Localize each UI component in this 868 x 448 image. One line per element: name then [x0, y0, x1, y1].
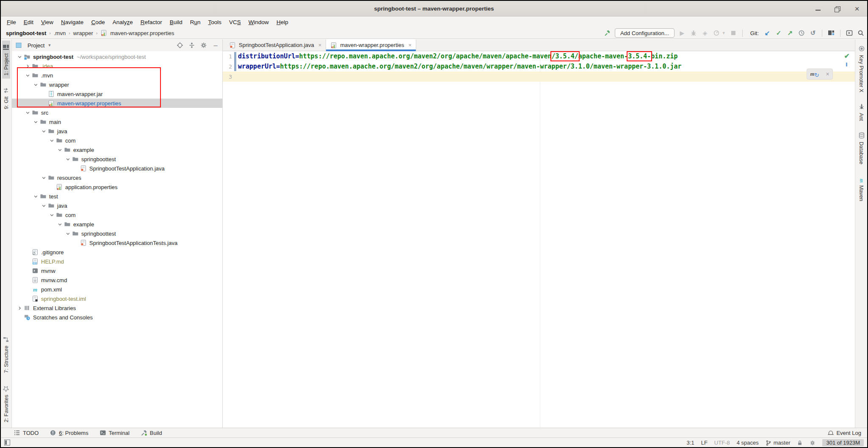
breadcrumb-item[interactable]: .mvn — [54, 30, 66, 36]
tool-window-button-terminal[interactable]: Terminal — [100, 429, 130, 436]
line-ending-indicator[interactable]: LF — [701, 440, 708, 446]
menu-refactor[interactable]: Refactor — [137, 19, 166, 25]
breadcrumb-item[interactable]: springboot-test — [6, 30, 46, 36]
gear-icon[interactable] — [810, 440, 815, 445]
maximize-button[interactable] — [834, 5, 841, 12]
menu-analyze[interactable]: Analyze — [109, 19, 137, 25]
tree-item-java[interactable]: java — [12, 201, 222, 210]
chevron-down-icon[interactable] — [49, 213, 55, 217]
tree-item-java[interactable]: java — [12, 126, 222, 136]
tree-item-com[interactable]: com — [12, 136, 222, 145]
indent-indicator[interactable]: 4 spaces — [737, 440, 759, 446]
chevron-down-icon[interactable] — [25, 73, 30, 78]
tool-stripe-2-favorites[interactable]: 2: Favorites — [2, 382, 10, 425]
tree-item--mvn[interactable]: .mvn — [12, 71, 222, 80]
tree-item-main[interactable]: main — [12, 117, 222, 126]
tool-stripe-database[interactable]: Database — [858, 132, 865, 165]
memory-indicator[interactable]: 301 of 1923M — [822, 439, 864, 446]
chevron-right-icon[interactable] — [17, 306, 22, 311]
tree-item-src[interactable]: src — [12, 108, 222, 117]
build-hammer-icon[interactable] — [603, 29, 611, 37]
git-update-icon[interactable]: ↙ — [763, 29, 771, 37]
tree-item-example[interactable]: example — [12, 145, 222, 154]
tree-item-test[interactable]: test — [12, 192, 222, 201]
tool-stripe-ant[interactable]: Ant — [858, 103, 865, 121]
menu-window[interactable]: Window — [245, 19, 273, 25]
tree-item-pom-xml[interactable]: mpom.xml — [12, 285, 222, 294]
tool-windows-icon[interactable] — [827, 29, 835, 37]
tool-stripe-9-git[interactable]: 9: Git — [2, 84, 10, 112]
tool-window-button-build[interactable]: Build — [141, 429, 162, 436]
tree-item--gitignore[interactable]: .gitignore — [12, 247, 222, 257]
project-panel-title[interactable]: Project — [28, 42, 44, 49]
breadcrumb-item[interactable]: wrapper — [73, 30, 93, 36]
tree-item-com[interactable]: com — [12, 210, 222, 220]
editor-tab-maven-wrapper-properties[interactable]: maven-wrapper.properties× — [326, 39, 416, 51]
tree-item-maven-wrapper-properties[interactable]: maven-wrapper.properties — [12, 99, 222, 108]
chevron-down-icon[interactable] — [33, 194, 39, 199]
tree-item-help-md[interactable]: MDHELP.md — [12, 257, 222, 266]
tree-item-springboottestapplicationtests-java[interactable]: SpringbootTestApplicationTests.java — [12, 238, 222, 247]
hide-panel-icon[interactable]: ─ — [212, 42, 219, 49]
menu-file[interactable]: File — [3, 19, 20, 25]
chevron-down-icon[interactable] — [25, 110, 30, 115]
menu-navigate[interactable]: Navigate — [57, 19, 87, 25]
caret-position[interactable]: 3:1 — [687, 440, 694, 446]
git-commit-icon[interactable]: ✓ — [775, 29, 782, 37]
code-line-1[interactable]: 1distributionUrl=https://repo.maven.apac… — [223, 51, 855, 61]
tree-item-springboottest[interactable]: springboottest — [12, 229, 222, 238]
tree-item-example[interactable]: example — [12, 220, 222, 229]
menu-edit[interactable]: Edit — [20, 19, 37, 25]
menu-view[interactable]: View — [37, 19, 57, 25]
tool-stripe-maven[interactable]: mMaven — [858, 176, 865, 201]
menu-tools[interactable]: Tools — [205, 19, 226, 25]
chevron-down-icon[interactable] — [17, 55, 22, 59]
tool-window-button-6-problems[interactable]: 6: Problems — [50, 429, 88, 436]
tree-item-external-libraries[interactable]: External Libraries — [12, 303, 222, 313]
chevron-down-icon[interactable] — [41, 203, 47, 208]
tool-stripe-key-promoter-x[interactable]: Key Promoter X — [858, 45, 865, 92]
maven-reload-widget[interactable]: m ↻ × — [807, 69, 833, 80]
chevron-down-icon[interactable] — [65, 231, 71, 236]
tree-item-scratches-and-consoles[interactable]: Scratches and Consoles — [12, 313, 222, 322]
git-rollback-icon[interactable]: ↺ — [809, 29, 817, 37]
close-button[interactable]: × — [854, 5, 860, 12]
menu-run[interactable]: Run — [186, 19, 205, 25]
tree-item-springboottest[interactable]: springboottest — [12, 154, 222, 164]
tree-item-springboot-test-iml[interactable]: springboot-test.iml — [12, 294, 222, 303]
chevron-down-icon[interactable] — [65, 157, 71, 162]
tree-item--idea[interactable]: .idea — [12, 61, 222, 71]
encoding-indicator[interactable]: UTF-8 — [714, 440, 730, 446]
chevron-down-icon[interactable] — [41, 129, 47, 134]
editor-tab-springboottestapplication-java[interactable]: SpringbootTestApplication.java× — [225, 39, 326, 51]
tool-stripe-1-project[interactable]: 1: Project — [2, 41, 10, 79]
code-line-2[interactable]: 2wrapperUrl=https://repo.maven.apache.or… — [223, 61, 855, 71]
git-history-icon[interactable] — [798, 29, 805, 37]
git-push-icon[interactable]: ↗ — [786, 29, 794, 37]
chevron-down-icon[interactable] — [33, 120, 39, 124]
menu-code[interactable]: Code — [87, 19, 108, 25]
run-anything-icon[interactable] — [846, 29, 853, 37]
close-icon[interactable]: × — [318, 42, 322, 48]
git-branch-widget[interactable]: master — [766, 440, 791, 446]
close-icon[interactable]: × — [826, 71, 829, 77]
search-everywhere-icon[interactable] — [857, 29, 865, 37]
minimize-button[interactable] — [815, 5, 821, 12]
tool-window-button-todo[interactable]: TODO — [14, 429, 39, 436]
tree-item-resources[interactable]: resources — [12, 173, 222, 182]
chevron-right-icon[interactable] — [25, 64, 30, 69]
tree-item-mvnw[interactable]: mvnw — [12, 266, 222, 275]
gear-icon[interactable] — [200, 42, 207, 49]
close-icon[interactable]: × — [408, 42, 412, 48]
chevron-down-icon[interactable]: ▼ — [47, 43, 51, 47]
tree-item-springboot-test[interactable]: springboot-test~/workspace/springboot-te… — [12, 52, 222, 61]
chevron-down-icon[interactable] — [33, 82, 39, 87]
tool-stripe-7-structure[interactable]: 7: Structure — [2, 333, 10, 376]
collapse-all-icon[interactable] — [188, 42, 195, 49]
tool-window-switcher-icon[interactable] — [4, 440, 10, 445]
chevron-down-icon[interactable] — [57, 148, 63, 152]
event-log-button[interactable]: Event Log — [828, 430, 861, 436]
code-line-3[interactable]: 3 — [223, 71, 855, 82]
tree-item-application-properties[interactable]: application.properties — [12, 182, 222, 192]
code-editor[interactable]: 1distributionUrl=https://repo.maven.apac… — [223, 51, 855, 428]
